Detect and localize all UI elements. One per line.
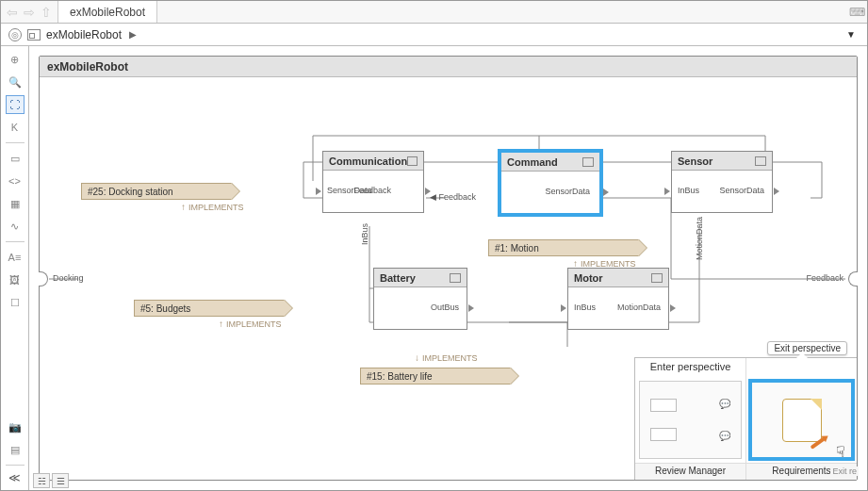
keyboard-icon[interactable]: ⌨ [846, 1, 867, 23]
port-out-icon[interactable] [670, 304, 676, 314]
palette-box-icon[interactable]: ☐ [6, 293, 25, 312]
palette-grid-icon[interactable]: ▦ [6, 194, 25, 213]
palette-zoom-in-icon[interactable]: ⊕ [6, 50, 25, 69]
body: ⊕ 🔍 ⛶ K ▭ <> ▦ ∿ A≡ 🖼 ☐ 📷 ▤ ≪ exMobileRo… [1, 46, 867, 490]
wire-label-inbus: InBus [360, 223, 369, 245]
perspective-enter-header: Enter perspective [635, 358, 745, 377]
wire-label-motiondata: MotionData [695, 217, 704, 260]
req-25[interactable]: #25: Docking station [81, 183, 241, 200]
block-icon [755, 156, 766, 166]
perspective-exit-thumb[interactable] [750, 381, 853, 459]
canvas-frame: exMobileRobot Docking Feedback [39, 56, 858, 481]
block-motor[interactable]: Motor InBus MotionData [567, 268, 669, 330]
req-1-impl: ↑IMPLEMENTS [573, 258, 636, 269]
wire-label-feedback: ◀ Feedback [430, 192, 476, 202]
outer-port-right[interactable] [848, 271, 858, 286]
perspective-enter[interactable]: Enter perspective 💬💬 Review Manager [635, 358, 746, 480]
requirements-doc-icon [782, 399, 822, 442]
block-communication[interactable]: Communication SensorData Feedback [322, 151, 424, 213]
perspective-enter-title: Review Manager [635, 463, 745, 480]
outer-port-left[interactable] [39, 271, 48, 286]
req-15-impl: ↓IMPLEMENTS [415, 352, 478, 363]
port-out-icon[interactable] [603, 188, 609, 198]
block-title: Motor [574, 272, 603, 284]
perspective-enter-thumb[interactable]: 💬💬 [639, 381, 742, 459]
palette-image-icon[interactable]: 🖼 [6, 270, 25, 289]
exit-perspective-balloon: Exit perspective [767, 341, 847, 355]
outer-port-left-label: Docking [53, 273, 84, 283]
palette-camera-icon[interactable]: 📷 [6, 417, 25, 436]
req-5-impl: ↑IMPLEMENTS [219, 319, 282, 329]
palette-layers-icon[interactable]: ▤ [6, 440, 25, 459]
req-1[interactable]: #1: Motion [488, 239, 648, 256]
palette-code-icon[interactable]: <> [6, 172, 25, 190]
breadcrumb-model[interactable]: exMobileRobot [46, 28, 122, 41]
outer-port-right-label: Feedback [806, 273, 843, 283]
port-label: InBus [574, 303, 596, 312]
palette-text-icon[interactable]: A≡ [6, 248, 25, 267]
req-25-impl: ↑IMPLEMENTS [181, 202, 244, 212]
port-in-icon[interactable] [561, 304, 566, 314]
port-label: Feedback [353, 186, 391, 195]
footer-tab-tree-icon[interactable]: ☵ [33, 473, 50, 488]
editor-tab[interactable]: exMobileRobot [57, 1, 157, 23]
footer-tabs: ☵ ☰ [33, 473, 69, 488]
req-5[interactable]: #5: Budgets [134, 300, 294, 317]
chevron-right-icon[interactable]: ▶ [129, 29, 137, 40]
nav-back-icon[interactable]: ⇦ [7, 5, 18, 20]
breadcrumb-dropdown-icon[interactable]: ▼ [846, 29, 860, 40]
palette-wave-icon[interactable]: ∿ [6, 217, 25, 236]
block-title: Sensor [678, 155, 712, 167]
palette-collapse-icon[interactable]: ≪ [8, 471, 21, 484]
perspective-panel: Exit perspective Enter perspective 💬💬 Re… [634, 357, 857, 480]
app-root: ⇦ ⇨ ⇧ exMobileRobot ⌨ ◎ exMobileRobot ▶ … [0, 0, 868, 491]
canvas-title: exMobileRobot [40, 57, 857, 77]
footer-tab-doc-icon[interactable]: ☰ [52, 473, 69, 488]
block-icon [651, 273, 663, 283]
nav-arrows: ⇦ ⇨ ⇧ [1, 1, 57, 23]
port-label: SensorData [719, 186, 764, 195]
nav-forward-icon[interactable]: ⇨ [24, 5, 35, 20]
toolbar: ⇦ ⇨ ⇧ exMobileRobot ⌨ [1, 1, 867, 24]
breadcrumb: ◎ exMobileRobot ▶ ▼ [1, 24, 867, 46]
perspective-exit[interactable]: Requirements ☟ Exit re [746, 358, 857, 480]
port-out-icon[interactable] [468, 304, 474, 314]
block-command[interactable]: Command SensorData [500, 151, 601, 215]
block-title: Communication [329, 155, 407, 167]
req-15[interactable]: #15: Battery life [360, 368, 520, 385]
block-icon [582, 157, 594, 167]
palette: ⊕ 🔍 ⛶ K ▭ <> ▦ ∿ A≡ 🖼 ☐ 📷 ▤ ≪ [1, 46, 29, 490]
review-manager-thumb-icon: 💬💬 [645, 393, 735, 447]
block-battery[interactable]: Battery OutBus [373, 268, 467, 330]
block-icon [407, 156, 418, 166]
port-in-icon[interactable] [316, 188, 321, 197]
port-label: SensorData [545, 187, 590, 196]
exit-tooltip: Exit re [830, 466, 859, 476]
palette-k-icon[interactable]: K [6, 118, 25, 137]
tab-title: exMobileRobot [70, 6, 145, 19]
palette-fit-icon[interactable]: ⛶ [6, 95, 25, 114]
block-title: Command [507, 156, 558, 168]
palette-rect-icon[interactable]: ▭ [6, 149, 25, 168]
port-label: OutBus [431, 303, 459, 312]
block-title: Battery [380, 272, 416, 284]
canvas[interactable]: exMobileRobot Docking Feedback [29, 46, 867, 490]
port-label: MotionData [617, 303, 661, 312]
port-out-icon[interactable] [774, 188, 779, 197]
model-icon[interactable] [27, 29, 41, 41]
palette-zoom-icon[interactable]: 🔍 [6, 73, 25, 91]
port-label: InBus [678, 186, 699, 195]
target-icon[interactable]: ◎ [8, 28, 22, 41]
nav-up-icon[interactable]: ⇧ [41, 5, 52, 20]
port-in-icon[interactable] [664, 188, 670, 197]
block-sensor[interactable]: Sensor InBus SensorData [671, 151, 773, 213]
block-icon [450, 273, 461, 283]
